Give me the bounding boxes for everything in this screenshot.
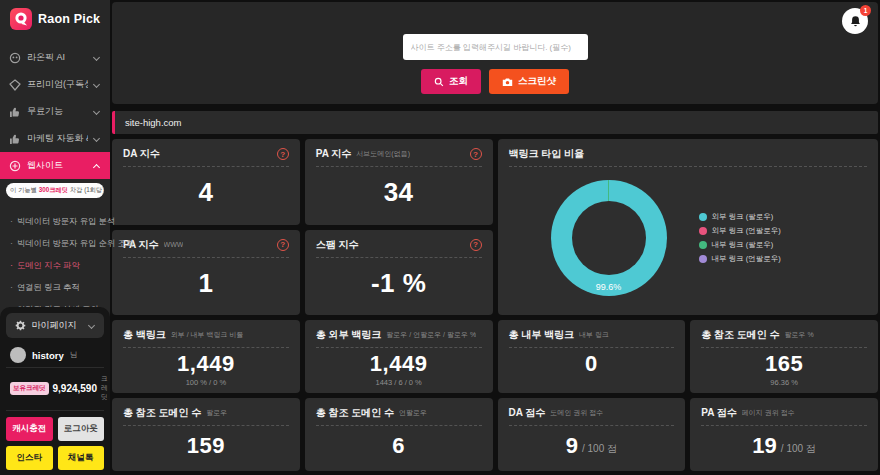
card-value: 0 [509,348,675,380]
card-subtitle: 페이지 권위 점수 [742,408,795,418]
bell-icon [849,15,862,28]
sidebar-item-website[interactable]: 웹사이트 [0,152,110,179]
avatar [10,347,26,363]
sidebar-item-free-features[interactable]: 무료기능 [0,98,110,125]
card-subvalue: 1443 / 6 / 0 % [316,378,482,387]
bullet: · [10,238,13,248]
card-value: 4 [123,167,289,219]
card-subtitle: WWW [164,241,184,248]
legend-item: 내부 링크 (언팔로우) [699,254,781,264]
submenu-label: 도메인 지수 파악 [17,260,80,271]
chevron-down-icon [93,108,100,115]
card-pa-index-www: PA 지수WWW? 1 [112,230,300,316]
card-spam-index: 스팸 지수? -1 % [305,230,493,316]
legend-item: 외부 링크 (팔로우) [699,212,781,222]
card-title: 총 참조 도메인 수 [316,406,394,420]
profile-buttons: 캐시충전 로그아웃 인스타 채널톡 [6,410,104,470]
help-icon[interactable]: ? [470,148,482,160]
card-value: 1 [123,258,289,310]
score-suffix: / 100 점 [781,442,816,456]
site-url-input[interactable] [403,34,588,60]
thumbs-up-icon [9,133,21,145]
card-pa-index-subdomain: PA 지수서브도메인(없음)? 34 [305,139,493,225]
card-subtitle: 팔로우 [206,408,227,418]
submenu-item-domain-index[interactable]: ·도메인 지수 파악 [0,254,110,276]
legend-dot [699,213,707,221]
screenshot-label: 스크린샷 [518,75,556,88]
score-suffix: / 100 점 [582,442,617,456]
card-subtitle: 팔로우 / 언팔로우 / 팔로우 % [386,330,476,340]
card-value: 159 [123,426,289,465]
help-icon[interactable]: ? [277,239,289,251]
screenshot-button[interactable]: 스크린샷 [489,69,569,94]
cash-charge-button[interactable]: 캐시충전 [6,417,53,441]
help-icon[interactable]: ? [277,148,289,160]
card-subvalue: 100 % / 0 % [123,378,289,387]
submenu-item-visitor-analysis[interactable]: ·빅데이터 방문자 유입 분석 [0,210,110,232]
sidebar-item-premium[interactable]: 프리미엄(구독상품) [0,71,110,98]
website-submenu: ·빅데이터 방문자 유입 분석 ·빅데이터 방문자 유입 순위 조회 ·도메인 … [0,204,110,320]
donut-chart: 99.6% [551,180,667,296]
card-title: PA 지수 [316,147,352,161]
chevron-up-icon [93,163,100,170]
main-content: 1 조회 스크린샷 site-high.com DA [110,0,880,475]
card-title: 총 외부 백링크 [316,328,382,342]
card-total-internal-backlinks: 총 내부 백링크내부 링크 0 [498,320,686,393]
sidebar: Raon Pick 라온픽 AI 프리미엄(구독상품) [0,0,110,475]
card-title: DA 지수 [123,147,160,161]
raonpick-logo-icon [10,8,32,30]
legend-item: 내부 링크 (팔로우) [699,240,781,250]
menu-label: 프리미엄(구독상품) [27,78,88,91]
logo[interactable]: Raon Pick [0,0,110,40]
legend-label: 외부 링크 (언팔로우) [712,226,781,236]
notification-badge: 1 [860,5,871,16]
chevron-down-icon [87,322,94,329]
notification-bell-button[interactable]: 1 [842,8,868,34]
card-subtitle: 도메인 권위 점수 [550,408,603,418]
lookup-button[interactable]: 조회 [421,69,481,94]
score-value: 19 [752,433,776,459]
card-subvalue [509,378,675,387]
card-title: PA 점수 [701,406,737,420]
donut-chart-area: 99.6% 외부 링크 (팔로우)외부 링크 (언팔로우)내부 링크 (팔로우)… [509,167,868,309]
card-da-score: DA 점수도메인 권위 점수 9/ 100 점 [498,398,686,471]
chart-legend: 외부 링크 (팔로우)외부 링크 (언팔로우)내부 링크 (팔로우)내부 링크 … [699,212,781,264]
card-ref-domains-follow-pct: 총 참조 도메인 수팔로우 % 165 96.36 % [690,320,878,393]
chevron-down-icon [93,54,100,61]
submenu-label: 빅데이터 방문자 유입 순위 조회 [17,238,134,249]
help-icon[interactable]: ? [470,239,482,251]
sidebar-item-raonpick-ai[interactable]: 라온픽 AI [0,44,110,71]
search-panel: 1 조회 스크린샷 [112,2,878,104]
card-title: 총 백링크 [123,328,166,342]
legend-dot [699,227,707,235]
menu-label: 무료기능 [27,105,88,118]
submenu-label: 연결된 링크 추적 [17,282,80,293]
bullet: · [10,260,13,270]
card-title: 스팸 지수 [316,238,359,252]
submenu-item-visitor-rank[interactable]: ·빅데이터 방문자 유입 순위 조회 [0,232,110,254]
donut-center-label: 99.6% [551,282,667,292]
logout-button[interactable]: 로그아웃 [58,417,105,441]
instagram-button[interactable]: 인스타 [6,446,53,470]
legend-label: 내부 링크 (언팔로우) [712,254,781,264]
mypage-label: 마이페이지 [32,319,77,332]
credit-note-suffix: 차감 (1회당) [68,186,104,193]
channeltalk-button[interactable]: 채널톡 [58,446,105,470]
metric-grid: DA 지수? 4 PA 지수서브도메인(없음)? 34 PA 지수WWW? 1 … [112,139,878,473]
submenu-item-link-tracking[interactable]: ·연결된 링크 추적 [0,276,110,298]
card-title: 총 내부 백링크 [509,328,575,342]
mypage-toggle[interactable]: 마이페이지 [6,313,104,338]
legend-dot [699,241,707,249]
credit-note-prefix: 이 기능별 [10,186,39,193]
card-subvalue: 96.36 % [701,378,867,387]
username-suffix: 님 [70,350,78,360]
card-ref-domains-follow: 총 참조 도메인 수팔로우 159 [112,398,300,471]
legend-label: 외부 링크 (팔로우) [712,212,774,222]
menu-label: 마케팅 자동화 & SEO [27,132,88,145]
bullet: · [10,216,13,226]
chevron-down-icon [93,135,100,142]
sidebar-item-marketing-seo[interactable]: 마케팅 자동화 & SEO [0,125,110,152]
score-value: 9 [566,433,578,459]
legend-dot [699,255,707,263]
card-value: 34 [316,167,482,219]
